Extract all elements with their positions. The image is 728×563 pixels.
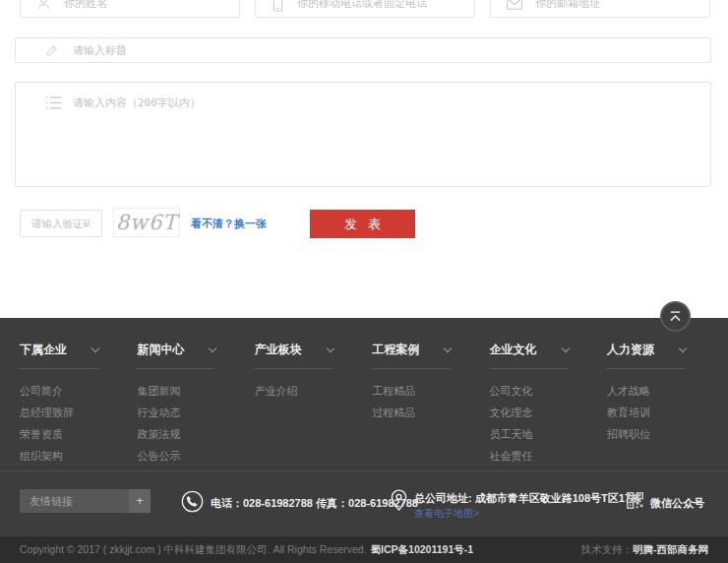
chevron-down-icon	[327, 344, 334, 351]
phone-icon	[181, 490, 204, 513]
email-input[interactable]	[535, 0, 709, 9]
footer-column-title[interactable]: 人力资源	[607, 342, 686, 369]
footer-nav-link[interactable]: 社会责任	[490, 445, 569, 467]
icp-license-link[interactable]: 蜀ICP备10201191号-1	[371, 543, 473, 555]
footer-nav-link[interactable]: 工程精品	[372, 380, 451, 402]
footer-nav-link[interactable]: 总经理致辞	[20, 402, 98, 423]
friendly-links-label: 友情链接	[20, 494, 129, 509]
pencil-icon	[45, 43, 59, 57]
footer-nav-link[interactable]: 文化理念	[490, 402, 569, 423]
footer-nav-link[interactable]: 政策法规	[137, 423, 215, 445]
title-field	[15, 37, 711, 63]
footer-nav-link[interactable]: 组织架构	[20, 445, 98, 467]
user-icon	[36, 0, 51, 11]
plus-icon: +	[129, 489, 151, 513]
footer-column-title-label: 工程案例	[372, 342, 419, 358]
footer-column-title-label: 新闻中心	[137, 342, 184, 358]
copyright-bar: Copyright © 2017 ( zkkjjt.com ) 中科科建集团有限…	[0, 536, 728, 563]
phone-number-text: 电话：028-61982788 传真：028-61982788	[211, 496, 418, 511]
footer-column-culture: 企业文化 公司文化 文化理念 员工天地 社会责任	[490, 342, 569, 488]
phone-input[interactable]	[297, 0, 474, 9]
footer-column-title[interactable]: 产业板块	[255, 342, 334, 369]
footer-column-title[interactable]: 下属企业	[20, 342, 98, 369]
footer-nav-columns: 下属企业 公司简介 总经理致辞 荣誉资质 组织架构 下属企业 新闻中心 集团新	[20, 342, 686, 488]
footer-column-title[interactable]: 新闻中心	[137, 342, 215, 369]
address-text: 总公司地址: 成都市青羊区敬业路108号T区17栋	[414, 491, 641, 506]
tech-support-link[interactable]: 明腾-西部商务网	[633, 543, 708, 555]
footer-column-title-label: 下属企业	[20, 342, 67, 358]
chevron-down-icon	[444, 344, 452, 351]
content-textarea[interactable]	[16, 83, 710, 186]
back-to-top-button[interactable]	[660, 301, 691, 332]
tech-support-prefix: 技术支持：	[581, 543, 634, 555]
submit-button[interactable]: 发表	[310, 210, 415, 238]
title-input[interactable]	[73, 44, 710, 56]
captcha-input[interactable]	[20, 210, 102, 237]
footer-nav-link[interactable]: 行业动态	[137, 402, 215, 423]
tech-support-group: 技术支持：明腾-西部商务网	[581, 543, 709, 557]
refresh-captcha-link[interactable]: 看不清？换一张	[191, 217, 267, 231]
map-pin-icon	[391, 488, 407, 512]
footer-nav-link[interactable]: 公司文化	[490, 380, 569, 402]
content-field	[15, 82, 711, 187]
email-field	[490, 0, 710, 18]
contact-strip: 友情链接 + 电话：028-61982788 传真：028-61982788 总…	[0, 470, 728, 536]
contact-fields-row	[20, 0, 710, 18]
footer-nav-link[interactable]: 产业介绍	[255, 380, 334, 402]
footer-nav-link[interactable]: 集团新闻	[137, 380, 215, 402]
page: 8w6T 看不清？换一张 发表 下属企业 公司简介 总经理致辞 荣誉资质 组织架…	[0, 0, 728, 563]
footer-nav-link[interactable]: 员工天地	[490, 423, 569, 445]
footer-column-industry: 产业板块 产业介绍	[255, 342, 334, 488]
copyright-text-group: Copyright © 2017 ( zkkjjt.com ) 中科科建集团有限…	[20, 543, 473, 557]
chevron-down-icon	[209, 344, 216, 351]
captcha-image: 8w6T	[113, 208, 180, 237]
name-field	[20, 0, 240, 18]
footer-nav-link[interactable]: 荣誉资质	[20, 423, 98, 445]
name-input[interactable]	[64, 0, 239, 9]
qr-code-icon	[627, 492, 643, 509]
list-icon	[45, 96, 62, 109]
footer-nav-link[interactable]: 人才战略	[607, 380, 686, 402]
footer-column-news: 新闻中心 集团新闻 行业动态 政策法规 公告公示	[137, 342, 215, 488]
wechat-label: 微信公众号	[650, 496, 704, 511]
footer-column-hr: 人力资源 人才战略 教育培训 招聘职位	[607, 342, 686, 488]
footer-nav-link[interactable]: 教育培训	[607, 402, 686, 423]
chevron-down-icon	[679, 344, 687, 351]
footer-nav: 下属企业 公司简介 总经理致辞 荣誉资质 组织架构 下属企业 新闻中心 集团新	[0, 318, 728, 470]
view-map-link[interactable]: 查看电子地图>	[414, 507, 479, 521]
chevron-down-icon	[91, 344, 99, 351]
envelope-icon	[507, 0, 522, 10]
arrow-up-to-line-icon	[669, 311, 682, 322]
footer-column-projects: 工程案例 工程精品 过程精品	[372, 342, 451, 488]
footer-column-title[interactable]: 企业文化	[490, 342, 569, 369]
footer-nav-link[interactable]: 招聘职位	[607, 423, 686, 445]
mobile-phone-icon	[272, 0, 284, 12]
footer-nav-link[interactable]: 过程精品	[372, 402, 451, 423]
footer-column-subsidiaries: 下属企业 公司简介 总经理致辞 荣誉资质 组织架构 下属企业	[20, 342, 98, 488]
footer-column-title[interactable]: 工程案例	[372, 342, 451, 369]
chevron-down-icon	[561, 344, 569, 351]
footer-column-title-label: 企业文化	[490, 342, 537, 358]
phone-field	[255, 0, 475, 18]
copyright-text: Copyright © 2017 ( zkkjjt.com ) 中科科建集团有限…	[20, 543, 367, 555]
footer-nav-link[interactable]: 公司简介	[20, 380, 98, 402]
footer-column-title-label: 人力资源	[607, 342, 654, 358]
friendly-links-select[interactable]: 友情链接 +	[20, 489, 151, 513]
footer-nav-link[interactable]: 公告公示	[137, 445, 215, 467]
footer-column-title-label: 产业板块	[255, 342, 302, 358]
